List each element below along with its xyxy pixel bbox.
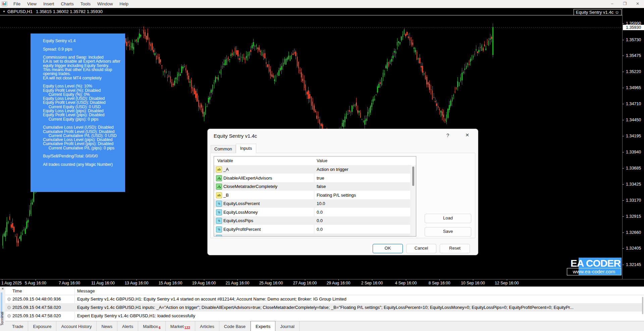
menu-charts[interactable]: Charts — [57, 0, 77, 8]
menu-file[interactable]: File — [10, 0, 24, 8]
time-axis[interactable]: 1 Aug 20255 Aug 16:007 Aug 16:0011 Aug 1… — [0, 279, 644, 287]
tab-mailbox[interactable]: Mailbox6 — [138, 321, 166, 331]
tab-label: Journal — [280, 324, 294, 329]
param-value: 0.0 — [317, 227, 323, 232]
time-tick — [473, 279, 473, 280]
tab-articles[interactable]: Articles — [195, 321, 219, 331]
table-scrollbar[interactable] — [411, 165, 416, 236]
tab-alerts[interactable]: Alerts — [117, 321, 138, 331]
price-tick — [623, 136, 624, 136]
ea-inputs-dialog: Equity Sentry v1.4c ? ✕ CommonInputs Var… — [207, 129, 478, 255]
price-label: 1.32145 — [626, 262, 641, 267]
bool-param-icon — [216, 184, 222, 190]
price-axis[interactable]: 1.359901.357301.354751.352201.349651.347… — [622, 8, 644, 279]
param-row-equitylosspercent[interactable]: ½EquityLossPercent10.0 — [214, 199, 410, 208]
param-row-equityprofitpercent[interactable]: ½EquityProfitPercent0.0 — [214, 225, 410, 234]
variable-column-header: Variable — [217, 158, 233, 163]
menu-insert[interactable]: Insert — [40, 0, 58, 8]
journal-row[interactable]: 2025.09.15 04:47:58.020Equity Sentry v1.… — [5, 303, 642, 312]
price-tick — [623, 233, 624, 233]
price-tick — [623, 216, 624, 217]
help-icon[interactable]: ? — [444, 132, 451, 138]
dialog-tabs: CommonInputs — [211, 144, 256, 153]
tab-news[interactable]: News — [97, 321, 117, 331]
log-time: 2025.09.15 04:48:00.936 — [12, 296, 61, 302]
tab-market[interactable]: Market122 — [166, 321, 195, 331]
tab-trade[interactable]: Trade — [7, 321, 28, 331]
time-tick — [271, 279, 271, 280]
menu-tools[interactable]: Tools — [77, 0, 94, 8]
terminal-close-icon[interactable]: ✕ — [0, 287, 5, 290]
param-name: _B — [223, 193, 229, 198]
param-value: 0.0 — [317, 235, 323, 237]
time-label: 10 Sep 16:00 — [461, 281, 485, 285]
tab-common[interactable]: Common — [211, 145, 236, 153]
tab-code-base[interactable]: Code Base — [219, 321, 251, 331]
menu-window[interactable]: Window — [94, 0, 116, 8]
window-controls: – ❐ ✕ — [606, 0, 644, 8]
journal-row[interactable]: 2025.09.15 04:48:00.936Equity Sentry v1.… — [5, 295, 642, 303]
minimize-button[interactable]: – — [606, 0, 619, 8]
tab-badge: 6 — [159, 326, 161, 330]
param-name: EquityLossPercent — [223, 201, 260, 206]
time-label: 15 Aug 16:00 — [159, 281, 182, 285]
scrollbar-thumb[interactable] — [412, 167, 414, 186]
param-value: Floating P/L settings — [317, 193, 356, 198]
param-row-equityprofitmoney[interactable]: ½EquityProfitMoney0.0 — [214, 234, 410, 237]
time-tick — [2, 279, 2, 280]
chart-frame-line — [0, 15, 622, 15]
param-name: EquityProfitPercent — [223, 227, 261, 232]
save-button[interactable]: Save — [425, 227, 471, 237]
load-button[interactable]: Load — [425, 214, 471, 223]
restore-button[interactable]: ❐ — [619, 0, 631, 8]
tab-inputs[interactable]: Inputs — [236, 144, 256, 153]
tab-badge: 122 — [184, 326, 191, 330]
journal-row[interactable]: 2025.09.15 04:47:58.020Expert Equity Sen… — [5, 312, 642, 320]
param-row-_a[interactable]: ab_AAction on trigger — [214, 165, 410, 174]
tab-exposure[interactable]: Exposure — [28, 321, 56, 331]
terminal-tabs: TradeExposureAccount HistoryNewsAlertsMa… — [5, 321, 644, 331]
time-label: 11 Aug 16:00 — [91, 281, 115, 285]
ea-name-badge[interactable]: Equity Sentry v1.4c ☺ — [574, 9, 622, 15]
ohlc-values: 1.35815 1.36002 1.35782 1.35930 — [36, 9, 103, 14]
time-label: 21 Aug 16:00 — [226, 281, 250, 285]
cancel-button[interactable]: Cancel — [406, 244, 436, 253]
close-button[interactable]: ✕ — [631, 0, 644, 8]
time-label: 25 Aug 16:00 — [259, 281, 283, 285]
menu-help[interactable]: Help — [116, 0, 132, 8]
tab-experts[interactable]: Experts — [251, 321, 275, 331]
log-time: 2025.09.15 04:47:58.020 — [12, 305, 61, 310]
price-tick — [623, 40, 624, 40]
time-label: 19 Aug 16:00 — [192, 281, 216, 285]
price-label: 1.32405 — [626, 246, 641, 251]
num-param-icon: ½ — [216, 226, 222, 233]
param-row-_b[interactable]: ab_BFloating P/L settings — [214, 191, 410, 199]
current-price-badge: 1.35930 — [623, 25, 644, 30]
log-entry-icon — [7, 306, 11, 309]
terminal-side-strip: ✕ Terminal — [0, 287, 5, 331]
str-param-icon: ab — [216, 167, 222, 173]
chevron-down-icon[interactable]: ▼ — [3, 10, 5, 13]
message-column-header: Message — [77, 288, 95, 293]
watermark-title: EA CODER — [571, 258, 621, 269]
param-row-equitylossmoney[interactable]: ½EquityLossMoney0.0 — [214, 208, 410, 216]
ok-button[interactable]: OK — [373, 244, 403, 253]
param-value: Action on trigger — [317, 167, 348, 172]
table-header: Variable Value — [214, 156, 416, 166]
mt4-logo-icon — [2, 1, 7, 6]
dialog-close-icon[interactable]: ✕ — [464, 132, 471, 138]
param-row-closemetatradercompletely[interactable]: CloseMetatraderCompletelyfalse — [214, 182, 410, 191]
menu-view[interactable]: View — [24, 0, 40, 8]
tab-account-history[interactable]: Account History — [56, 321, 97, 331]
value-column-header: Value — [317, 158, 327, 163]
param-row-equitylosspips[interactable]: ½EquityLossPips0.0 — [214, 216, 410, 225]
reset-button[interactable]: Reset — [440, 244, 470, 253]
price-label: 1.34710 — [626, 102, 641, 106]
param-row-disableallexpertadvisors[interactable]: DisableAllExpertAdvisorstrue — [214, 174, 410, 182]
journal-header-row: Time Message — [5, 287, 644, 295]
terminal-right-scrollbar[interactable] — [642, 297, 643, 314]
tab-label: Alerts — [122, 324, 133, 329]
menu-bar: FileViewInsertChartsToolsWindowHelp – ❐ … — [0, 0, 644, 8]
tab-journal[interactable]: Journal — [275, 321, 300, 331]
time-tick — [507, 279, 507, 280]
